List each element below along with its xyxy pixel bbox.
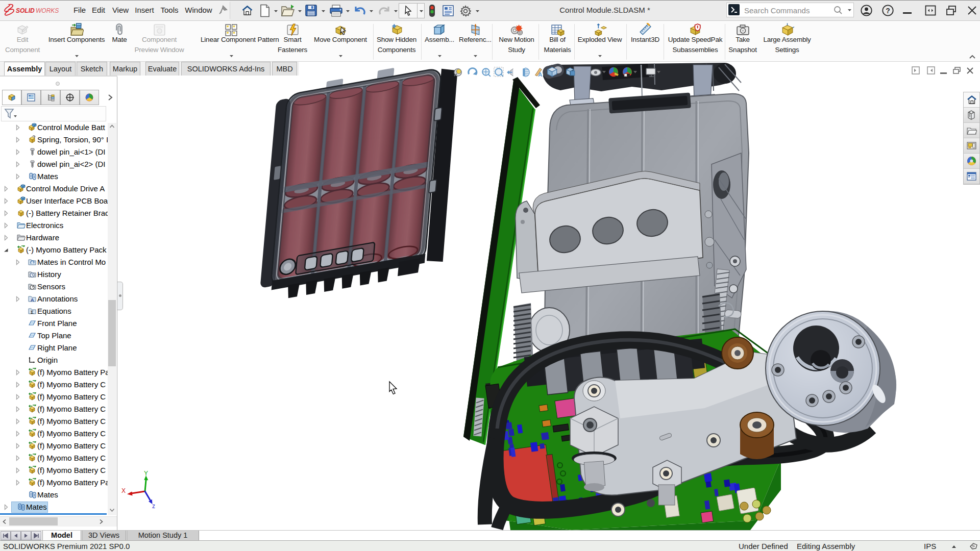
svg-text:z: z — [152, 503, 155, 510]
svg-text:X: X — [121, 487, 126, 494]
svg-text:Y: Y — [144, 470, 148, 477]
svg-text:?: ? — [886, 7, 890, 15]
svg-text:Σ: Σ — [31, 309, 34, 315]
svg-text:A: A — [538, 71, 543, 78]
svg-text:A: A — [31, 297, 34, 303]
